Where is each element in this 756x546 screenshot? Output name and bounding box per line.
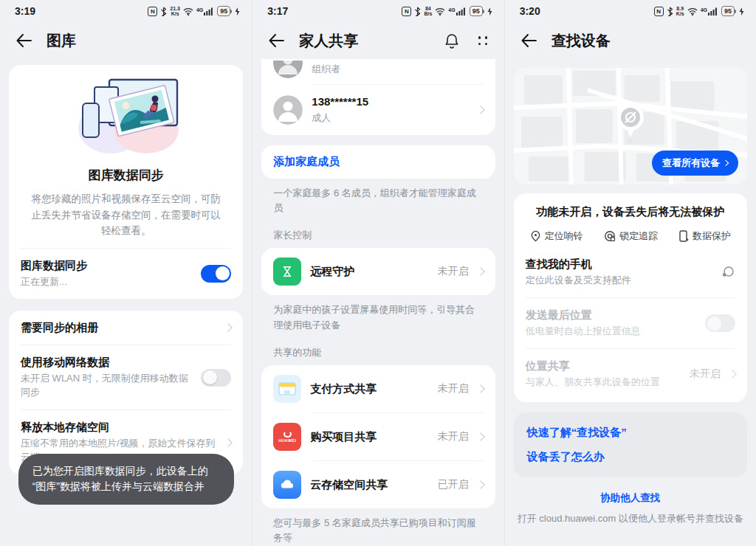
chevron-right-icon: [224, 323, 233, 331]
sync-toggle-label: 图库数据同步: [21, 258, 192, 273]
sync-description: 将您珍藏的照片和视频保存至云空间，可防止丢失并节省设备存储空间，在需要时可以轻松…: [27, 191, 225, 239]
organizer-member-row[interactable]: 组织者: [261, 59, 495, 84]
bluetooth-icon: [667, 7, 673, 16]
sync-toggle-status: 正在更新...: [21, 275, 192, 289]
back-icon[interactable]: [269, 34, 284, 47]
find-device-settings-card: 功能未开启，设备丢失后将无法被保护 定位响铃 锁定追踪 数据保护 查找我的手机 …: [514, 193, 747, 402]
status-time: 3:19: [15, 5, 35, 17]
lock-track-icon: [604, 230, 616, 242]
appgallery-icon: HUAWEI: [273, 423, 301, 451]
member-role: 组织者: [312, 63, 483, 77]
device-map-card[interactable]: 查看所有设备: [514, 68, 747, 184]
page-title: 查找设备: [551, 31, 611, 51]
cellular-signal-icon: 4G: [701, 7, 717, 15]
section-shared-features: 共享的功能: [273, 346, 483, 359]
faq-link-lost-device[interactable]: 设备丢了怎么办: [527, 450, 605, 464]
cellular-signal-icon: 4G: [448, 7, 464, 15]
cloud-storage-sharing-row[interactable]: 云存储空间共享 已开启: [261, 461, 495, 508]
send-last-location-toggle[interactable]: [705, 314, 735, 332]
assist-others-link[interactable]: 协助他人查找: [505, 491, 756, 505]
member-name: 138******15: [312, 94, 468, 109]
status-bar: 3:19 N 21.3K/s 4G 95: [0, 0, 252, 22]
app-header: 图库: [0, 22, 252, 59]
adult-member-row[interactable]: 138******15 成人: [261, 85, 495, 135]
remote-guard-card: 远程守护 未开启: [261, 248, 495, 295]
mobile-data-row[interactable]: 使用移动网络数据 未开启 WLAN 时，无限制使用移动数据同步: [9, 345, 243, 410]
app-header: 查找设备: [505, 22, 756, 59]
chevron-right-icon: [476, 268, 484, 276]
battery-icon: 95: [217, 6, 232, 16]
remote-guard-hint: 为家庭中的孩子设置屏幕使用时间等，引导其合理使用电子设备: [273, 303, 483, 332]
page-title: 图库: [47, 31, 76, 51]
gallery-sync-illustration: [68, 75, 185, 158]
gallery-options-card: 需要同步的相册 使用移动网络数据 未开启 WLAN 时，无限制使用移动数据同步 …: [9, 311, 243, 474]
back-icon[interactable]: [521, 34, 537, 47]
family-members-card: 组织者 138******15 成人: [261, 59, 495, 135]
add-member-card[interactable]: 添加家庭成员: [261, 145, 495, 179]
back-icon[interactable]: [16, 34, 32, 47]
chevron-right-icon: [476, 384, 484, 393]
avatar: [273, 61, 303, 78]
status-bar: 3:17 N 84B/s 4G 95: [252, 0, 504, 22]
toast-message: 已为您开启图库数据同步，此设备上的“图库”数据将被上传并与云端数据合并: [18, 454, 234, 505]
sync-hero: 图库数据同步 将您珍藏的照片和视频保存至云空间，可防止丢失并节省设备存储空间，在…: [9, 65, 243, 239]
feature-data-protect: 数据保护: [679, 229, 731, 243]
chevron-right-icon: [476, 432, 484, 440]
remote-guard-row[interactable]: 远程守护 未开启: [261, 248, 495, 295]
notification-bell-icon[interactable]: [444, 33, 459, 49]
gallery-sync-toggle-row[interactable]: 图库数据同步 正在更新...: [9, 249, 243, 299]
remote-guard-status: 未开启: [438, 265, 469, 278]
status-bar: 3:20 N 8.9K/s 4G 95: [505, 0, 756, 22]
app-header: 家人共享: [252, 22, 504, 59]
location-pin-icon: [530, 230, 541, 242]
status-time: 3:20: [520, 5, 540, 17]
add-family-member-button[interactable]: 添加家庭成员: [273, 155, 340, 169]
location-sharing-status: 未开启: [690, 367, 721, 381]
member-type: 成人: [312, 111, 468, 125]
charging-icon: [487, 7, 492, 15]
feature-badges: 定位响铃 锁定追踪 数据保护: [514, 219, 747, 247]
page-title: 家人共享: [299, 31, 358, 51]
phone-protect-icon: [679, 230, 689, 242]
wifi-icon: [183, 7, 193, 15]
network-speed-indicator: 84B/s: [424, 6, 432, 16]
albums-to-sync-row[interactable]: 需要同步的相册: [9, 311, 243, 345]
chevron-right-icon: [728, 370, 736, 379]
feature-warning-title: 功能未开启，设备丢失后将无法被保护: [514, 193, 747, 219]
avatar: [273, 95, 303, 125]
location-pin-icon: [614, 102, 647, 148]
faq-link-about[interactable]: 快速了解“查找设备”: [527, 426, 627, 440]
cellular-signal-icon: 4G: [196, 7, 213, 15]
bluetooth-icon: [414, 7, 421, 16]
charging-icon: [235, 7, 240, 15]
nfc-icon: N: [402, 7, 411, 16]
nfc-icon: N: [654, 7, 664, 16]
more-options-icon[interactable]: [478, 36, 488, 45]
feature-locate-ring: 定位响铃: [530, 229, 583, 243]
sync-title: 图库数据同步: [25, 167, 227, 184]
payment-sharing-row[interactable]: 支付方式共享 未开启: [261, 365, 495, 412]
chevron-right-icon: [476, 106, 484, 114]
faq-card: 快速了解“查找设备” 设备丢了怎么办: [514, 412, 747, 477]
find-my-phone-row[interactable]: 查找我的手机 定位此设备及受支持配件: [514, 247, 747, 297]
send-last-location-row[interactable]: 发送最后位置 低电量时自动上报位置信息: [514, 298, 747, 348]
view-all-devices-button[interactable]: 查看所有设备: [652, 151, 738, 176]
mobile-data-toggle[interactable]: [201, 369, 231, 387]
location-sharing-row[interactable]: 位置共享 与家人、朋友共享此设备的位置 未开启: [514, 349, 747, 399]
feature-lock-track: 锁定追踪: [604, 229, 658, 243]
gallery-sync-toggle[interactable]: [201, 265, 231, 283]
status-time: 3:17: [267, 5, 288, 17]
cloud-icon: [273, 471, 301, 499]
bluetooth-icon: [160, 7, 167, 16]
assist-hint: 打开 cloud.huawei.com 以便他人登录帐号并查找设备: [505, 512, 756, 525]
chevron-right-icon: [476, 480, 484, 488]
wifi-icon: [435, 7, 445, 15]
nfc-icon: N: [148, 7, 157, 16]
member-limit-hint: 一个家庭最多 6 名成员，组织者才能管理家庭成员: [273, 186, 483, 215]
payment-wallet-icon: [273, 375, 301, 403]
purchase-sharing-row[interactable]: HUAWEI 购买项目共享 未开启: [261, 413, 495, 460]
assist-footer: 协助他人查找 打开 cloud.huawei.com 以便他人登录帐号并查找设备: [505, 491, 756, 525]
locating-spinner-icon: [721, 266, 735, 279]
charging-icon: [739, 7, 744, 15]
screen-family-sharing: 3:17 N 84B/s 4G 95 家人共享 组织者: [252, 0, 504, 546]
